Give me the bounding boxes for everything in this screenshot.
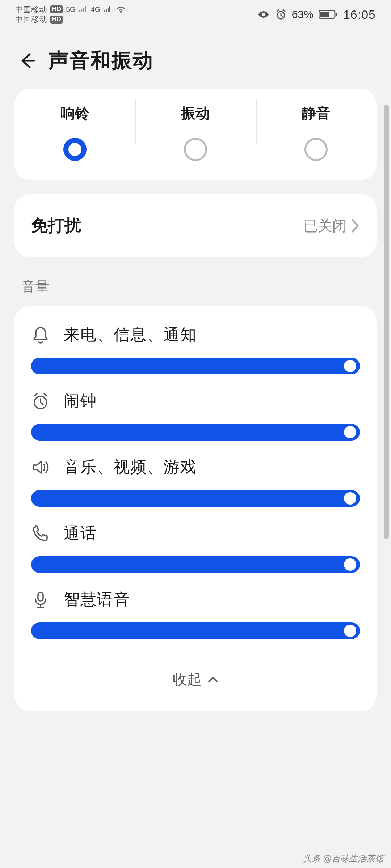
svg-rect-2 xyxy=(320,12,329,17)
volume-media: 音乐、视频、游戏 xyxy=(31,456,360,507)
volume-alarm-slider[interactable] xyxy=(31,424,360,441)
status-left: 中国移动 HD 5G 4G 中国移动 HD xyxy=(15,5,126,24)
network-4g: 4G xyxy=(91,5,101,14)
eye-icon xyxy=(257,10,270,19)
carrier-1: 中国移动 xyxy=(15,5,47,14)
mode-vibrate-label: 振动 xyxy=(181,103,210,123)
volume-call-slider[interactable] xyxy=(31,556,360,573)
chevron-right-icon xyxy=(350,218,360,233)
network-5g: 5G xyxy=(66,5,76,14)
chevron-up-icon xyxy=(207,676,218,683)
slider-thumb[interactable] xyxy=(344,492,356,505)
battery-icon xyxy=(319,9,338,20)
slider-thumb[interactable] xyxy=(344,625,356,637)
volume-call-label: 通话 xyxy=(64,523,97,544)
collapse-label: 收起 xyxy=(173,669,202,689)
volume-alarm-label: 闹钟 xyxy=(64,390,97,412)
dnd-label: 免打扰 xyxy=(31,214,81,237)
slider-thumb[interactable] xyxy=(344,360,356,372)
volume-voice-slider[interactable] xyxy=(31,622,360,639)
volume-media-label: 音乐、视频、游戏 xyxy=(64,456,197,478)
volume-call: 通话 xyxy=(31,523,360,573)
volume-card: 来电、信息、通知 闹钟 音乐、视频、游戏 xyxy=(14,306,377,711)
wifi-icon xyxy=(115,5,126,13)
title-bar: 声音和振动 xyxy=(0,29,391,89)
hd-badge-1: HD xyxy=(50,5,63,13)
svg-rect-5 xyxy=(38,592,43,601)
scrollbar[interactable] xyxy=(384,105,389,539)
mode-vibrate[interactable]: 振动 xyxy=(135,89,256,180)
volume-section-header: 音量 xyxy=(0,272,391,306)
volume-ringtone-label: 来电、信息、通知 xyxy=(64,324,197,345)
alarm-icon xyxy=(275,9,287,20)
volume-ringtone-slider[interactable] xyxy=(31,358,360,374)
back-button[interactable] xyxy=(17,51,36,70)
mode-silent[interactable]: 静音 xyxy=(256,89,377,180)
radio-ring xyxy=(63,138,87,161)
volume-voice-label: 智慧语音 xyxy=(64,589,130,610)
svg-rect-3 xyxy=(336,13,337,16)
slider-thumb[interactable] xyxy=(344,426,356,438)
volume-media-slider[interactable] xyxy=(31,490,360,507)
signal-icon-1 xyxy=(79,6,88,13)
mode-ring[interactable]: 响铃 xyxy=(14,89,135,180)
page-title: 声音和振动 xyxy=(49,47,154,75)
signal-icon-2 xyxy=(103,6,113,13)
status-bar: 中国移动 HD 5G 4G 中国移动 HD 63% xyxy=(0,0,391,29)
phone-icon xyxy=(31,524,50,543)
status-right: 63% 16:05 xyxy=(257,8,376,22)
slider-thumb[interactable] xyxy=(344,558,356,571)
volume-ringtone: 来电、信息、通知 xyxy=(31,324,360,374)
mic-icon xyxy=(31,590,50,609)
watermark: 头条 @百味生活茶馆 xyxy=(303,853,384,864)
radio-vibrate xyxy=(184,138,207,161)
volume-voice: 智慧语音 xyxy=(31,589,360,639)
collapse-button[interactable]: 收起 xyxy=(31,655,360,704)
hd-badge-2: HD xyxy=(50,16,63,24)
mode-silent-label: 静音 xyxy=(302,103,331,123)
battery-text: 63% xyxy=(292,8,314,21)
sound-mode-card: 响铃 振动 静音 xyxy=(14,89,377,180)
bell-icon xyxy=(31,326,50,344)
dnd-card[interactable]: 免打扰 已关闭 xyxy=(14,194,377,257)
mode-ring-label: 响铃 xyxy=(60,103,89,123)
volume-alarm: 闹钟 xyxy=(31,390,360,441)
speaker-icon xyxy=(31,458,50,477)
carrier-2: 中国移动 xyxy=(15,15,47,24)
radio-silent xyxy=(304,138,328,161)
alarm-clock-icon xyxy=(31,392,50,410)
dnd-status: 已关闭 xyxy=(303,216,347,236)
clock-text: 16:05 xyxy=(343,8,376,22)
